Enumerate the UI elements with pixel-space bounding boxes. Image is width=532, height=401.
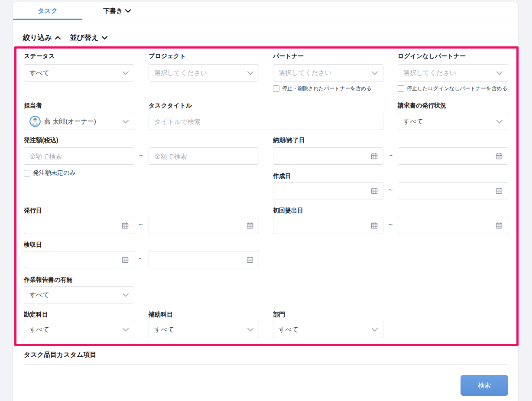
sub-account-item-label: 補助科目 bbox=[149, 311, 173, 319]
guest-partner-select[interactable]: 選択してください bbox=[398, 64, 508, 82]
status-label: ステータス bbox=[24, 52, 55, 60]
account-item-select[interactable]: すべて bbox=[24, 321, 134, 338]
calendar-icon bbox=[247, 222, 253, 229]
calendar-icon bbox=[496, 187, 503, 194]
partner-select[interactable]: 選択してください bbox=[273, 64, 383, 82]
range-separator: ~ bbox=[139, 255, 143, 263]
calendar-icon bbox=[247, 256, 253, 263]
chevron-down-icon bbox=[247, 71, 253, 75]
section-divider bbox=[24, 364, 508, 365]
due-date-to-input[interactable] bbox=[398, 147, 508, 165]
work-report-select-value: すべて bbox=[29, 291, 123, 299]
issue-date-to-input[interactable] bbox=[149, 217, 259, 234]
sort-toggle-label: 並び替え bbox=[70, 33, 99, 42]
include-suspended-partner-checkbox[interactable]: 停止・削除されたパートナーを含める bbox=[273, 85, 372, 92]
chevron-down-icon bbox=[496, 120, 503, 124]
issue-date-from-input[interactable] bbox=[24, 217, 134, 234]
calendar-icon bbox=[371, 222, 378, 229]
tabs-divider bbox=[13, 20, 519, 20]
status-select[interactable]: すべて bbox=[24, 64, 134, 82]
guest-partner-label: ログインなしパートナー bbox=[398, 52, 466, 60]
task-title-input[interactable] bbox=[149, 113, 383, 130]
created-date-from-input[interactable] bbox=[273, 182, 383, 199]
tab-tasks-label: タスク bbox=[38, 7, 58, 15]
work-report-label: 作業報告書の有無 bbox=[24, 276, 72, 284]
checkbox-icon bbox=[24, 170, 30, 176]
partner-label: パートナー bbox=[273, 52, 304, 60]
first-submission-date-from-input[interactable] bbox=[273, 217, 383, 234]
due-date-from-input[interactable] bbox=[273, 147, 383, 165]
include-suspended-partner-label: 停止・削除されたパートナーを含める bbox=[282, 85, 372, 92]
custom-fields-section-title: タスク品目カスタム項目 bbox=[24, 351, 96, 359]
range-separator: ~ bbox=[139, 221, 143, 229]
acceptance-date-to-input[interactable] bbox=[149, 251, 259, 268]
account-item-select-value: すべて bbox=[29, 326, 123, 334]
include-suspended-guest-partner-checkbox[interactable]: 停止したログインなしパートナーを含める bbox=[398, 85, 507, 92]
calendar-icon bbox=[371, 153, 378, 160]
issue-date-label: 発行日 bbox=[24, 207, 42, 215]
project-select[interactable]: 選択してください bbox=[149, 64, 259, 82]
range-separator: ~ bbox=[389, 152, 393, 160]
sub-account-item-select-value: すべて bbox=[154, 326, 247, 334]
sort-toggle[interactable]: 並び替え bbox=[70, 33, 107, 42]
calendar-icon bbox=[122, 256, 129, 263]
invoice-status-select[interactable]: すべて bbox=[398, 113, 508, 130]
search-button[interactable]: 検索 bbox=[461, 375, 508, 396]
created-date-label: 作成日 bbox=[273, 173, 291, 180]
invoice-status-label: 請求書の発行状況 bbox=[398, 102, 446, 110]
task-title-label: タスクタイトル bbox=[149, 102, 192, 110]
due-date-label: 納期/終了日 bbox=[273, 137, 305, 144]
order-amount-max-input[interactable] bbox=[149, 147, 259, 165]
calendar-icon bbox=[371, 187, 378, 194]
chevron-down-icon bbox=[123, 293, 129, 297]
department-label: 部門 bbox=[273, 311, 285, 319]
chevron-down-icon bbox=[123, 120, 129, 124]
chevron-down-icon bbox=[372, 71, 378, 75]
chevron-down-icon bbox=[123, 71, 129, 75]
chevron-down-icon bbox=[496, 71, 503, 75]
calendar-icon bbox=[122, 222, 129, 229]
filter-sort-toolbar: 絞り込み 並び替え bbox=[23, 33, 107, 42]
checkbox-icon bbox=[398, 85, 404, 92]
task-search-page: タスク 下書き 絞り込み 並び替え ステータス すべて プロジェクト 選択してく… bbox=[0, 0, 532, 401]
calendar-icon bbox=[496, 153, 503, 160]
assignee-label: 担当者 bbox=[24, 102, 42, 110]
project-label: プロジェクト bbox=[149, 52, 186, 60]
acceptance-date-label: 検収日 bbox=[24, 241, 42, 249]
chevron-down-icon bbox=[247, 328, 253, 332]
chevron-down-icon bbox=[125, 9, 131, 13]
range-separator: ~ bbox=[389, 186, 393, 194]
assignee-select-value: 燕 太郎(オーナー) bbox=[44, 117, 123, 126]
chevron-down-icon bbox=[102, 36, 107, 40]
tab-drafts[interactable]: 下書き bbox=[82, 3, 152, 18]
range-separator: ~ bbox=[389, 221, 393, 229]
checkbox-icon bbox=[273, 85, 279, 92]
range-separator: ~ bbox=[139, 152, 143, 160]
status-select-value: すべて bbox=[29, 69, 123, 77]
chevron-down-icon bbox=[123, 328, 129, 332]
acceptance-date-from-input[interactable] bbox=[24, 251, 134, 268]
filter-toggle[interactable]: 絞り込み bbox=[23, 33, 61, 42]
tab-tasks[interactable]: タスク bbox=[13, 3, 82, 18]
invoice-status-select-value: すべて bbox=[403, 117, 496, 126]
partner-select-placeholder: 選択してください bbox=[279, 69, 372, 77]
filter-panel-card bbox=[13, 2, 519, 401]
filter-toggle-label: 絞り込み bbox=[23, 33, 52, 42]
project-select-placeholder: 選択してください bbox=[154, 69, 247, 77]
first-submission-date-to-input[interactable] bbox=[398, 217, 508, 234]
work-report-select[interactable]: すべて bbox=[24, 286, 134, 303]
include-suspended-guest-partner-label: 停止したログインなしパートナーを含める bbox=[407, 85, 507, 92]
calendar-icon bbox=[496, 222, 503, 229]
account-item-label: 勘定科目 bbox=[24, 311, 48, 319]
order-amount-min-input[interactable] bbox=[24, 147, 134, 165]
assignee-select[interactable]: 燕 太郎(オーナー) bbox=[24, 113, 134, 130]
department-select[interactable]: すべて bbox=[273, 321, 383, 338]
order-amount-undecided-checkbox[interactable]: 発注額未定のみ bbox=[24, 169, 76, 177]
sub-account-item-select[interactable]: すべて bbox=[149, 321, 259, 338]
chevron-up-icon bbox=[55, 36, 61, 40]
created-date-to-input[interactable] bbox=[398, 182, 508, 199]
first-submission-date-label: 初回提出日 bbox=[273, 207, 303, 215]
order-amount-label: 発注額(税込) bbox=[24, 137, 58, 144]
chevron-down-icon bbox=[372, 328, 378, 332]
department-select-value: すべて bbox=[279, 326, 372, 334]
